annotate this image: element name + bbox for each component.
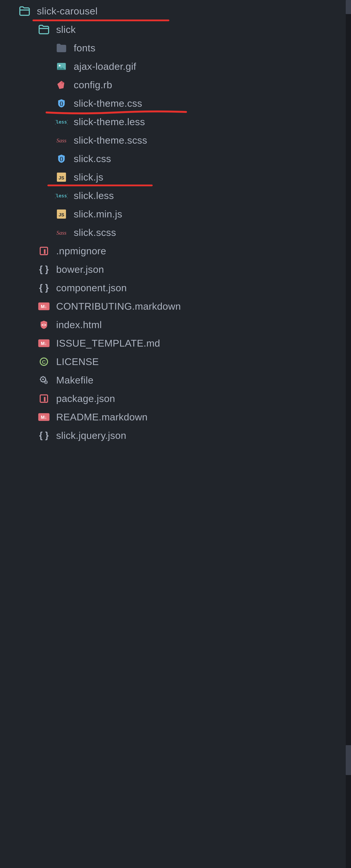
file-label: slick.jquery.json xyxy=(56,430,126,441)
scrollbar-thumb[interactable] xyxy=(346,745,351,775)
scrollbar-track[interactable] xyxy=(346,0,351,868)
svg-point-1 xyxy=(59,65,61,66)
license-icon: C xyxy=(37,355,51,369)
file-config-rb[interactable]: config.rb xyxy=(0,75,351,94)
file-label: slick.js xyxy=(74,172,103,183)
svg-text:{ }: { } xyxy=(39,283,48,292)
file-package-json[interactable]: package.json xyxy=(0,389,351,408)
file-slick-less[interactable]: {less} slick.less xyxy=(0,186,351,205)
file-label: slick.less xyxy=(74,190,114,201)
json-icon: { } xyxy=(37,429,51,442)
svg-text:M↓: M↓ xyxy=(41,341,47,346)
file-makefile[interactable]: Makefile xyxy=(0,371,351,389)
html-icon: <> xyxy=(37,318,51,332)
folder-label: slick-carousel xyxy=(37,5,98,17)
file-slick-jquery-json[interactable]: { } slick.jquery.json xyxy=(0,426,351,445)
markdown-icon: M↓ xyxy=(37,336,51,350)
less-icon: {less} xyxy=(55,115,68,129)
scss-icon: Sass xyxy=(55,133,68,147)
svg-text:{}: {} xyxy=(60,101,63,106)
css-icon: {} xyxy=(55,152,68,166)
file-label: bower.json xyxy=(56,264,104,275)
file-label: index.html xyxy=(56,319,102,331)
svg-text:JS: JS xyxy=(59,212,64,217)
svg-text:{ }: { } xyxy=(39,431,48,440)
file-label: README.markdown xyxy=(56,411,148,423)
svg-text:{less}: {less} xyxy=(55,193,68,198)
markdown-icon: M↓ xyxy=(37,299,51,313)
file-label: slick-theme.css xyxy=(74,97,142,109)
folder-slick[interactable]: slick xyxy=(0,20,351,39)
file-slick-min-js[interactable]: JS slick.min.js xyxy=(0,205,351,223)
json-icon: { } xyxy=(37,281,51,295)
file-label: package.json xyxy=(56,393,115,404)
file-readme-markdown[interactable]: M↓ README.markdown xyxy=(0,408,351,426)
file-slick-scss[interactable]: Sass slick.scss xyxy=(0,223,351,242)
svg-text:JS: JS xyxy=(59,175,64,181)
file-index-html[interactable]: <> index.html xyxy=(0,315,351,334)
makefile-icon xyxy=(37,373,51,387)
svg-text:{less}: {less} xyxy=(55,119,68,125)
file-issue-template-md[interactable]: M↓ ISSUE_TEMPLATE.md xyxy=(0,334,351,352)
file-license[interactable]: C LICENSE xyxy=(0,352,351,371)
folder-label: slick xyxy=(56,24,76,35)
svg-text:<>: <> xyxy=(41,323,46,327)
file-label: LICENSE xyxy=(56,356,99,367)
svg-text:C: C xyxy=(42,359,46,365)
js-icon: JS xyxy=(55,207,68,221)
file-label: slick-theme.scss xyxy=(74,134,147,146)
css-icon: {} xyxy=(55,96,68,111)
file-slick-theme-css[interactable]: {} slick-theme.css xyxy=(0,94,351,113)
folder-open-icon xyxy=(17,4,32,18)
folder-closed-icon xyxy=(55,41,68,55)
file-component-json[interactable]: { } component.json xyxy=(0,279,351,297)
svg-text:{ }: { } xyxy=(39,265,48,274)
scrollbar-thumb[interactable] xyxy=(346,0,351,14)
npm-icon xyxy=(37,244,51,258)
file-label: slick-theme.less xyxy=(74,116,145,127)
file-label: .npmignore xyxy=(56,245,106,256)
file-label: Makefile xyxy=(56,374,94,386)
scss-icon: Sass xyxy=(55,225,68,240)
svg-text:Sass: Sass xyxy=(57,229,67,236)
file-bower-json[interactable]: { } bower.json xyxy=(0,260,351,279)
svg-text:Sass: Sass xyxy=(57,137,67,144)
file-label: slick.min.js xyxy=(74,208,122,220)
svg-text:{}: {} xyxy=(60,156,63,161)
svg-rect-28 xyxy=(44,397,45,401)
file-label: ISSUE_TEMPLATE.md xyxy=(56,337,160,349)
svg-point-26 xyxy=(45,381,46,382)
less-icon: {less} xyxy=(55,189,68,203)
svg-rect-13 xyxy=(44,249,45,254)
file-tree: slick-carousel slick fonts ajax-loader.g… xyxy=(0,2,351,445)
file-slick-theme-scss[interactable]: Sass slick-theme.scss xyxy=(0,131,351,149)
svg-point-24 xyxy=(42,378,44,380)
npm-icon xyxy=(37,392,51,406)
folder-slick-carousel[interactable]: slick-carousel xyxy=(0,2,351,20)
file-slick-css[interactable]: {} slick.css xyxy=(0,149,351,168)
svg-text:M↓: M↓ xyxy=(41,414,47,420)
image-icon xyxy=(55,59,68,73)
js-icon: JS xyxy=(55,170,68,184)
folder-fonts[interactable]: fonts xyxy=(0,39,351,57)
file-label: ajax-loader.gif xyxy=(74,61,136,72)
folder-open-icon xyxy=(37,23,51,36)
file-slick-theme-less[interactable]: {less} slick-theme.less xyxy=(0,113,351,131)
json-icon: { } xyxy=(37,262,51,276)
file-ajax-loader-gif[interactable]: ajax-loader.gif xyxy=(0,57,351,75)
folder-label: fonts xyxy=(74,42,96,54)
svg-text:M↓: M↓ xyxy=(41,304,47,309)
markdown-icon: M↓ xyxy=(37,410,51,424)
file-npmignore[interactable]: .npmignore xyxy=(0,242,351,260)
file-label: config.rb xyxy=(74,79,112,91)
ruby-icon xyxy=(55,78,68,92)
file-contributing-markdown[interactable]: M↓ CONTRIBUTING.markdown xyxy=(0,297,351,315)
file-slick-js[interactable]: JS slick.js xyxy=(0,168,351,186)
file-label: slick.css xyxy=(74,153,111,164)
file-label: component.json xyxy=(56,282,127,293)
file-label: CONTRIBUTING.markdown xyxy=(56,301,181,312)
file-label: slick.scss xyxy=(74,227,116,238)
